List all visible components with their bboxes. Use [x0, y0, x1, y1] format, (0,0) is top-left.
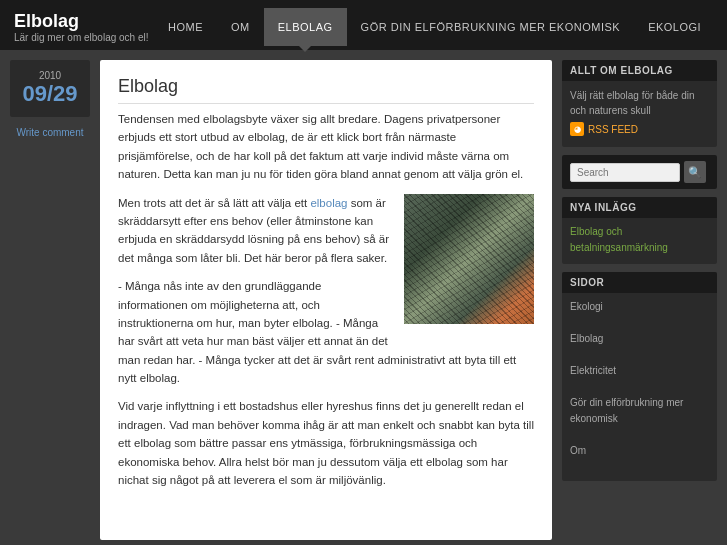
- content-area: Elbolag Tendensen med elbolagsbyte växer…: [100, 60, 552, 540]
- content-body: Tendensen med elbolagsbyte växer sig all…: [118, 110, 534, 489]
- allt-om-elbolag-text: Välj rätt elbolag för både din och natur…: [570, 88, 709, 118]
- sidor-item[interactable]: Om: [570, 442, 709, 460]
- sidor-section: SIDOR EkologiElbolagElektricitetGör din …: [562, 272, 717, 481]
- header: Elbolag Lär dig mer om elbolag och el! H…: [0, 0, 727, 50]
- search-box: 🔍: [562, 155, 717, 189]
- right-sidebar: ALLT OM ELBOLAG Välj rätt elbolag för bå…: [562, 60, 717, 540]
- search-input[interactable]: [570, 163, 680, 182]
- rss-label: RSS FEED: [588, 124, 638, 135]
- nya-inlagg-header: NYA INLÄGG: [562, 197, 717, 218]
- content-image: [404, 194, 534, 324]
- nav-item-gör-din-elförbrukning-mer-ekonomisk[interactable]: Gör din elförbrukning mer ekonomisk: [347, 8, 635, 46]
- nya-inlagg-item[interactable]: Elbolag och betalningsanmärkning: [570, 223, 709, 257]
- nav-item-home[interactable]: HOME: [154, 8, 217, 46]
- allt-om-elbolag-body: Välj rätt elbolag för både din och natur…: [562, 81, 717, 147]
- nav-item-elbolag[interactable]: Elbolag: [264, 8, 347, 46]
- search-button[interactable]: 🔍: [684, 161, 706, 183]
- nya-inlagg-body: Elbolag och betalningsanmärkning: [562, 218, 717, 264]
- sidor-item[interactable]: Elektricitet: [570, 362, 709, 380]
- sidor-body: EkologiElbolagElektricitetGör din elförb…: [562, 293, 717, 481]
- elbolag-link[interactable]: elbolag: [310, 197, 347, 209]
- rss-feed-link[interactable]: ◕ RSS FEED: [570, 118, 709, 140]
- allt-om-elbolag-header: ALLT OM ELBOLAG: [562, 60, 717, 81]
- content-paragraph: Vid varje inflyttning i ett bostadshus e…: [118, 397, 534, 489]
- nav-item-ekologi[interactable]: Ekologi: [634, 8, 715, 46]
- nav-item-elektricitet[interactable]: Elektricitet: [715, 8, 727, 46]
- main-wrapper: 2010 09/29 Write comment Elbolag Tendens…: [0, 50, 727, 545]
- date-main: 09/29: [14, 81, 86, 107]
- sidor-item[interactable]: Ekologi: [570, 298, 709, 316]
- main-nav: HOMEOmElbolagGör din elförbrukning mer e…: [154, 8, 727, 46]
- site-subtitle: Lär dig mer om elbolag och el!: [14, 32, 154, 43]
- nav-item-om[interactable]: Om: [217, 8, 264, 46]
- content-paragraph: Tendensen med elbolagsbyte växer sig all…: [118, 110, 534, 184]
- date-year: 2010: [14, 70, 86, 81]
- sidor-header: SIDOR: [562, 272, 717, 293]
- sidor-item[interactable]: Gör din elförbrukning mer ekonomisk: [570, 394, 709, 428]
- site-title: Elbolag: [14, 11, 154, 32]
- content-title: Elbolag: [118, 76, 534, 104]
- sidor-item[interactable]: Elbolag: [570, 330, 709, 348]
- write-comment-link[interactable]: Write comment: [10, 123, 90, 142]
- date-block: 2010 09/29: [10, 60, 90, 117]
- left-sidebar: 2010 09/29 Write comment: [10, 60, 90, 540]
- nya-inlagg-section: NYA INLÄGG Elbolag och betalningsanmärkn…: [562, 197, 717, 264]
- site-title-block: Elbolag Lär dig mer om elbolag och el!: [14, 11, 154, 43]
- allt-om-elbolag-section: ALLT OM ELBOLAG Välj rätt elbolag för bå…: [562, 60, 717, 147]
- rss-icon: ◕: [570, 122, 584, 136]
